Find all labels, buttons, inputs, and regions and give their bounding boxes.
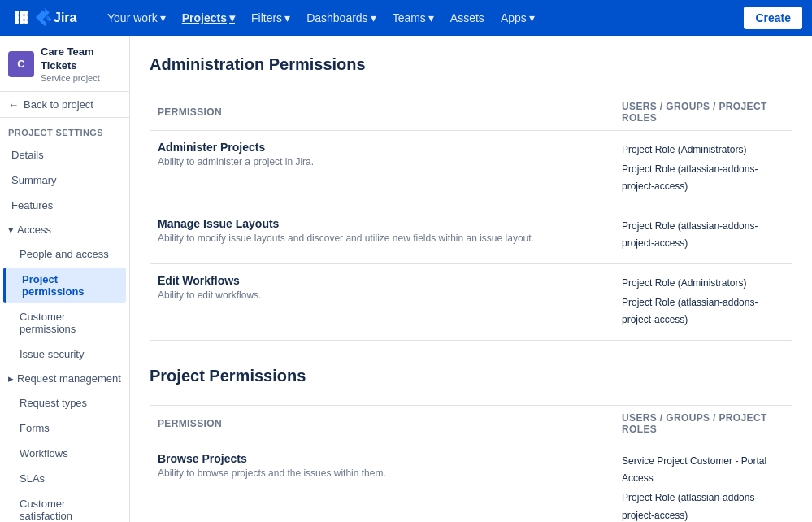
sidebar-item-customer-satisfaction[interactable]: Customer satisfaction [3, 492, 126, 522]
project-name: Care Team Tickets [41, 46, 121, 73]
table-row: Manage Issue Layouts Ability to modify i… [150, 207, 792, 263]
perm-role: Project Role (Administrators) [622, 274, 784, 294]
svg-rect-8 [24, 20, 28, 24]
sidebar-project-header: C Care Team Tickets Service project [0, 36, 129, 92]
back-icon: ← [8, 98, 19, 111]
perm-role: Project Role (atlassian-addons-project-a… [622, 489, 784, 522]
perm-name: Administer Projects [158, 141, 606, 154]
perm-role: Project Role (Administrators) [622, 141, 784, 160]
sidebar: C Care Team Tickets Service project ← Ba… [0, 36, 130, 522]
perm-roles: Project Role (atlassian-addons-project-a… [622, 217, 784, 254]
page-layout: C Care Team Tickets Service project ← Ba… [0, 36, 812, 522]
project-type: Service project [41, 73, 121, 83]
project-col-permission: Permission [150, 405, 614, 442]
topnav: Jira Your work ▾ Projects ▾ Filters ▾ Da… [0, 0, 812, 36]
svg-rect-1 [20, 11, 24, 15]
sidebar-item-slas[interactable]: SLAs [3, 467, 126, 490]
create-button[interactable]: Create [744, 7, 802, 29]
perm-desc: Ability to browse projects and the issue… [158, 468, 606, 479]
perm-roles: Service Project Customer - Portal Access… [622, 452, 784, 522]
table-row: Administer Projects Ability to administe… [150, 131, 792, 207]
assets-menu[interactable]: Assets [444, 8, 491, 28]
jira-logo[interactable]: Jira [36, 8, 91, 28]
perm-name: Browse Projects [158, 452, 606, 465]
projects-menu[interactable]: Projects ▾ [176, 8, 241, 28]
sidebar-item-summary[interactable]: Summary [3, 168, 126, 192]
perm-roles: Project Role (Administrators)Project Rol… [622, 274, 784, 330]
sidebar-group-access[interactable]: ▾ Access [0, 218, 129, 241]
perm-name: Manage Issue Layouts [158, 217, 606, 230]
sidebar-item-request-types[interactable]: Request types [3, 391, 126, 415]
admin-col-roles: Users / Groups / Project Roles [614, 94, 792, 131]
svg-rect-4 [20, 15, 24, 20]
sidebar-item-forms[interactable]: Forms [3, 416, 126, 440]
table-row: Browse Projects Ability to browse projec… [150, 442, 792, 522]
sidebar-item-details[interactable]: Details [3, 143, 126, 167]
sidebar-item-issue-security[interactable]: Issue security [3, 342, 126, 366]
admin-col-permission: Permission [150, 94, 614, 131]
project-permissions-section: Project Permissions Permission Users / G… [150, 367, 792, 522]
svg-rect-6 [15, 20, 19, 24]
project-permissions-table: Permission Users / Groups / Project Role… [150, 405, 792, 522]
svg-rect-0 [15, 11, 19, 15]
svg-rect-2 [24, 11, 28, 15]
perm-role: Project Role (atlassian-addons-project-a… [622, 294, 784, 330]
project-section-title: Project Permissions [150, 367, 792, 392]
project-col-roles: Users / Groups / Project Roles [614, 405, 792, 442]
perm-role: Service Project Customer - Portal Access [622, 452, 784, 489]
your-work-menu[interactable]: Your work ▾ [101, 8, 172, 28]
dashboards-menu[interactable]: Dashboards ▾ [300, 8, 383, 28]
sidebar-group-request-management[interactable]: ▸ Request management [0, 367, 129, 390]
admin-section-title: Administration Permissions [150, 55, 792, 80]
back-to-project[interactable]: ← Back to project [0, 92, 129, 118]
main-content: Administration Permissions Permission Us… [130, 36, 812, 522]
apps-menu[interactable]: Apps ▾ [494, 8, 541, 28]
apps-grid-icon[interactable] [10, 7, 33, 29]
perm-desc: Ability to administer a project in Jira. [158, 156, 606, 167]
sidebar-item-project-permissions[interactable]: Project permissions [3, 268, 126, 303]
svg-text:Jira: Jira [54, 11, 77, 24]
sidebar-item-customer-permissions[interactable]: Customer permissions [3, 305, 126, 341]
settings-section-title: Project settings [0, 118, 129, 142]
teams-menu[interactable]: Teams ▾ [386, 8, 441, 28]
svg-rect-7 [20, 20, 24, 24]
admin-permissions-table: Permission Users / Groups / Project Role… [150, 94, 792, 341]
sidebar-item-people-access[interactable]: People and access [3, 242, 126, 266]
project-icon: C [8, 51, 34, 77]
perm-desc: Ability to modify issue layouts and disc… [158, 233, 606, 244]
svg-rect-5 [24, 15, 28, 20]
perm-role: Project Role (atlassian-addons-project-a… [622, 160, 784, 197]
perm-role: Project Role (atlassian-addons-project-a… [622, 217, 784, 254]
svg-rect-3 [15, 15, 19, 20]
admin-permissions-section: Administration Permissions Permission Us… [150, 55, 792, 341]
sidebar-item-features[interactable]: Features [3, 194, 126, 217]
perm-name: Edit Workflows [158, 274, 606, 287]
table-row: Edit Workflows Ability to edit workflows… [150, 263, 792, 340]
sidebar-item-workflows[interactable]: Workflows [3, 442, 126, 465]
filters-menu[interactable]: Filters ▾ [245, 8, 297, 28]
perm-roles: Project Role (Administrators)Project Rol… [622, 141, 784, 197]
perm-desc: Ability to edit workflows. [158, 289, 606, 301]
